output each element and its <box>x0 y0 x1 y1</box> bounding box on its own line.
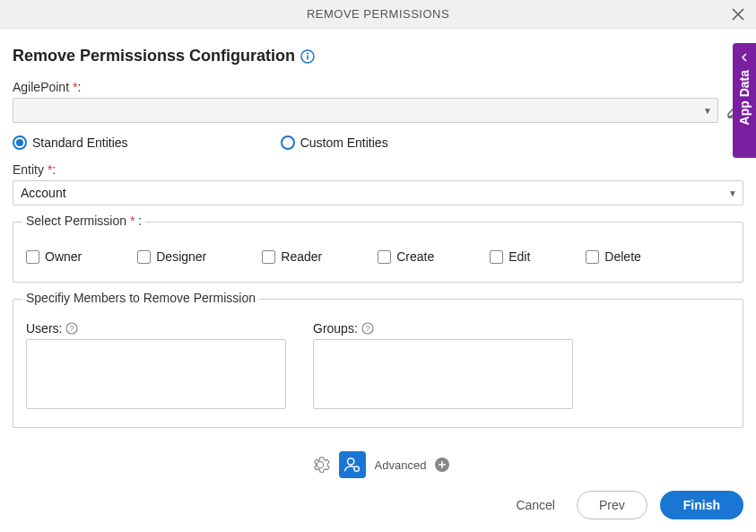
dialog-content: Remove Permissionss Configuration AgileP… <box>0 29 756 437</box>
svg-point-7 <box>347 458 353 465</box>
cancel-button[interactable]: Cancel <box>507 493 564 518</box>
checkbox-label: Edit <box>508 249 530 264</box>
agilepoint-select[interactable]: ▼ <box>13 98 718 123</box>
svg-rect-2 <box>307 55 308 59</box>
app-data-tab[interactable]: App Data <box>733 43 756 158</box>
user-config-button[interactable] <box>339 451 366 478</box>
radio-standard-entities[interactable]: Standard Entities <box>13 135 128 150</box>
checkbox-reader[interactable]: Reader <box>262 249 322 264</box>
entity-type-radio-group: Standard Entities Custom Entities <box>13 135 743 150</box>
groups-label: Groups: <box>313 321 358 336</box>
checkbox-edit[interactable]: Edit <box>490 249 530 264</box>
help-icon[interactable]: ? <box>361 322 374 335</box>
dialog-title: REMOVE PERMISSIONS <box>307 7 449 21</box>
bottom-bar: Advanced Cancel Prev Finish <box>0 444 756 532</box>
chevron-down-icon: ▼ <box>728 188 737 198</box>
add-advanced-button[interactable] <box>435 458 449 472</box>
permissions-checkbox-row: Owner Designer Reader Create Edit Delete <box>26 249 730 264</box>
close-button[interactable] <box>727 4 749 25</box>
agilepoint-field: AgilePoint *: ▼ <box>13 80 743 123</box>
entity-value: Account <box>21 186 66 200</box>
checkbox-icon <box>586 250 599 264</box>
checkbox-owner[interactable]: Owner <box>26 249 82 264</box>
members-fieldset: Specifiy Members to Remove Permission Us… <box>13 299 743 428</box>
entity-label: Entity *: <box>13 162 743 177</box>
checkbox-designer[interactable]: Designer <box>137 249 206 264</box>
checkbox-icon <box>262 250 275 264</box>
svg-point-1 <box>307 52 308 54</box>
gear-icon <box>310 455 330 475</box>
chevron-down-icon: ▼ <box>703 106 712 116</box>
settings-button[interactable] <box>307 451 334 478</box>
help-icon[interactable]: ? <box>65 322 78 335</box>
checkbox-label: Designer <box>156 249 206 264</box>
svg-text:?: ? <box>365 324 369 333</box>
close-icon <box>732 8 744 21</box>
radio-icon <box>281 135 295 150</box>
radio-icon <box>13 135 27 150</box>
page-title-row: Remove Permissionss Configuration <box>13 47 743 65</box>
agilepoint-label: AgilePoint *: <box>13 80 743 94</box>
users-textarea[interactable] <box>26 339 286 409</box>
svg-text:?: ? <box>70 324 74 333</box>
button-row: Cancel Prev Finish <box>13 491 743 519</box>
advanced-label: Advanced <box>375 458 427 472</box>
radio-label: Standard Entities <box>32 135 128 150</box>
page-title: Remove Permissionss Configuration <box>13 47 295 65</box>
dialog-header: REMOVE PERMISSIONS <box>0 0 756 29</box>
checkbox-icon <box>490 250 503 264</box>
users-label: Users: <box>26 321 62 336</box>
info-icon[interactable] <box>300 49 315 64</box>
chevron-left-icon <box>740 50 749 65</box>
groups-textarea[interactable] <box>313 339 573 409</box>
checkbox-delete[interactable]: Delete <box>586 249 640 264</box>
prev-button[interactable]: Prev <box>577 491 647 519</box>
checkbox-label: Create <box>396 249 434 264</box>
permissions-fieldset: Select Permission * : Owner Designer Rea… <box>13 222 743 283</box>
checkbox-icon <box>378 250 391 264</box>
user-gear-icon <box>343 455 362 475</box>
bottom-icon-row: Advanced <box>13 451 743 478</box>
app-data-label: App Data <box>737 70 752 125</box>
checkbox-create[interactable]: Create <box>378 249 434 264</box>
radio-label: Custom Entities <box>300 135 388 150</box>
permissions-legend: Select Permission * : <box>22 214 145 228</box>
checkbox-label: Delete <box>604 249 640 264</box>
entity-field: Entity *: Account ▼ <box>13 162 743 205</box>
members-legend: Specifiy Members to Remove Permission <box>22 291 259 305</box>
users-column: Users: ? <box>26 321 286 409</box>
checkbox-label: Reader <box>281 249 322 264</box>
groups-column: Groups: ? <box>313 321 573 409</box>
checkbox-icon <box>137 250 151 264</box>
radio-custom-entities[interactable]: Custom Entities <box>281 135 388 150</box>
checkbox-icon <box>26 250 39 264</box>
checkbox-label: Owner <box>45 249 82 264</box>
entity-select[interactable]: Account ▼ <box>13 180 743 205</box>
finish-button[interactable]: Finish <box>660 491 743 519</box>
plus-icon <box>438 460 447 469</box>
